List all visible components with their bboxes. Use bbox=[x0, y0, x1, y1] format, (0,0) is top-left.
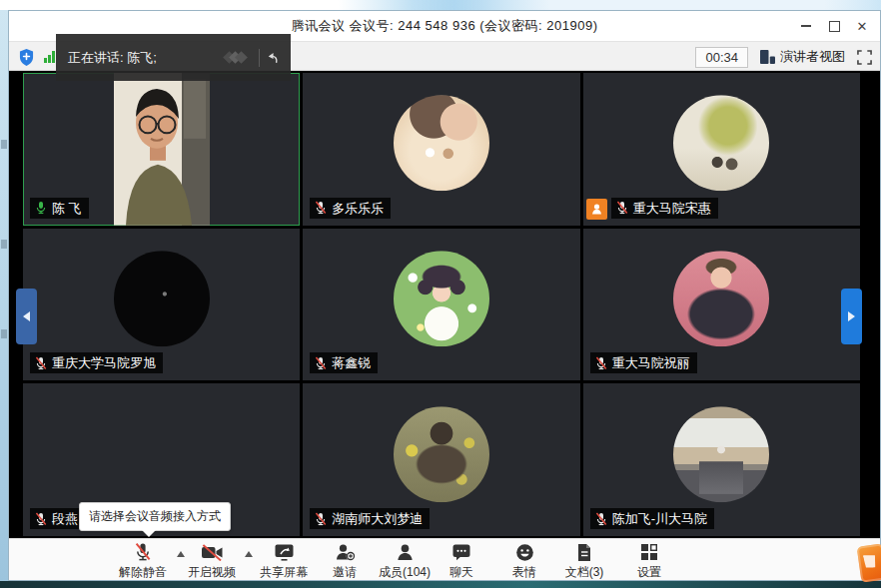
participant-name-label: 湖南师大刘梦迪 bbox=[310, 508, 430, 529]
maximize-button[interactable] bbox=[820, 13, 848, 39]
member-badge-icon bbox=[586, 199, 607, 220]
maximize-icon bbox=[829, 21, 840, 32]
desktop-icon-fragment bbox=[1, 240, 7, 249]
participant-name: 重大马院宋惠 bbox=[633, 200, 711, 217]
desktop-icon-fragment bbox=[1, 140, 7, 149]
overlay-divider bbox=[259, 49, 260, 67]
start-video-label: 开启视频 bbox=[188, 564, 236, 581]
desktop-wallpaper-bottom bbox=[0, 581, 881, 588]
emoji-icon bbox=[515, 542, 534, 562]
invite-label: 邀请 bbox=[333, 564, 357, 581]
avatar bbox=[114, 251, 210, 346]
tooltip-caret bbox=[142, 530, 156, 537]
mic-muted-icon bbox=[133, 542, 153, 562]
participant-tile[interactable]: 重庆大学马院罗旭 bbox=[23, 229, 300, 381]
participant-tile[interactable]: 湖南师大刘梦迪 bbox=[303, 383, 579, 536]
next-page-arrow[interactable] bbox=[841, 289, 862, 344]
participant-name: 蒋鑫锐 bbox=[332, 354, 371, 371]
mic-muted-icon bbox=[594, 356, 608, 370]
avatar bbox=[114, 406, 210, 502]
mic-muted-icon bbox=[34, 356, 48, 370]
participant-tile[interactable]: 重大马院祝丽 bbox=[583, 229, 860, 381]
previous-page-arrow[interactable] bbox=[16, 289, 37, 344]
participant-tile-chenfei[interactable]: 陈 飞 bbox=[23, 73, 300, 226]
emoji-label: 表情 bbox=[512, 564, 536, 581]
participant-name: 段燕 bbox=[52, 510, 78, 527]
participant-name: 多乐乐乐 bbox=[332, 200, 384, 217]
mic-on-icon bbox=[34, 201, 48, 215]
settings-grid-icon bbox=[640, 542, 658, 562]
network-signal-icon[interactable] bbox=[44, 51, 55, 63]
window-title: 腾讯会议 会议号: 244 548 936 (会议密码: 201909) bbox=[291, 17, 597, 35]
video-grid: 陈 飞 多乐乐乐 bbox=[9, 71, 880, 538]
avatar bbox=[673, 251, 769, 346]
avatar bbox=[673, 406, 769, 502]
desktop-icon-fragment bbox=[1, 329, 7, 338]
unmute-button[interactable]: 解除静音 bbox=[105, 542, 181, 581]
participant-name: 重大马院祝丽 bbox=[612, 354, 690, 371]
meeting-toolbar: 解除静音 开启视频 bbox=[9, 538, 880, 580]
invite-icon bbox=[335, 542, 356, 562]
share-screen-label: 共享屏幕 bbox=[260, 564, 308, 581]
mic-muted-icon bbox=[314, 512, 328, 526]
members-icon bbox=[396, 542, 415, 562]
participant-name-label: 陈加飞-川大马院 bbox=[590, 508, 714, 529]
audio-join-tooltip: 请选择会议音频接入方式 bbox=[79, 502, 231, 531]
docs-label: 文档(3) bbox=[565, 564, 604, 581]
mic-muted-icon bbox=[314, 201, 328, 215]
document-icon bbox=[576, 542, 592, 562]
participant-tile[interactable]: 陈加飞-川大马院 bbox=[583, 383, 860, 536]
speaker-view-button[interactable]: 演讲者视图 bbox=[760, 48, 845, 66]
participant-name-label: 重庆大学马院罗旭 bbox=[30, 352, 163, 373]
brand-logo-icon bbox=[228, 53, 246, 62]
screen: 腾讯会议 会议号: 244 548 936 (会议密码: 201909) ✕ 0… bbox=[0, 0, 881, 588]
fullscreen-icon[interactable] bbox=[857, 50, 872, 65]
speaking-indicator-text: 正在讲话: 陈飞; bbox=[56, 49, 228, 67]
arrow-right-icon bbox=[848, 311, 855, 321]
participant-name-label: 重大马院宋惠 bbox=[611, 198, 718, 219]
camera-off-icon bbox=[201, 542, 224, 562]
mic-muted-icon bbox=[34, 512, 48, 526]
participant-name-label: 段燕 bbox=[30, 508, 85, 529]
meeting-window: 腾讯会议 会议号: 244 548 936 (会议密码: 201909) ✕ 0… bbox=[8, 10, 881, 581]
settings-button[interactable]: 设置 bbox=[611, 542, 687, 581]
meeting-timer: 00:34 bbox=[695, 47, 748, 68]
mic-muted-icon bbox=[594, 512, 608, 526]
share-screen-icon bbox=[274, 542, 295, 562]
desktop-wallpaper-top bbox=[0, 0, 881, 10]
collapse-arrow-icon[interactable] bbox=[267, 51, 281, 65]
participant-name: 陈加飞-川大马院 bbox=[612, 510, 707, 527]
avatar bbox=[394, 96, 489, 192]
layout-view-icon bbox=[760, 50, 775, 64]
security-shield-icon[interactable] bbox=[19, 49, 34, 66]
avatar bbox=[394, 251, 489, 346]
window-controls: ✕ bbox=[792, 11, 876, 41]
start-video-button[interactable]: 开启视频 bbox=[174, 542, 250, 581]
status-right: 00:34 演讲者视图 bbox=[695, 42, 872, 72]
avatar bbox=[673, 96, 769, 192]
external-app-icon[interactable] bbox=[857, 543, 881, 582]
mic-muted-icon bbox=[615, 201, 629, 215]
participant-tile[interactable]: 重大马院宋惠 bbox=[583, 73, 860, 226]
participant-name: 湖南师大刘梦迪 bbox=[332, 510, 423, 527]
participant-name-label: 陈 飞 bbox=[30, 198, 89, 219]
participant-tile[interactable]: 多乐乐乐 bbox=[303, 73, 579, 226]
minimize-icon bbox=[801, 25, 811, 27]
participant-name-label: 蒋鑫锐 bbox=[310, 352, 378, 373]
audio-join-tooltip-text: 请选择会议音频接入方式 bbox=[89, 508, 221, 525]
desktop-wallpaper-left bbox=[0, 10, 8, 581]
close-button[interactable]: ✕ bbox=[848, 13, 876, 39]
participant-name: 陈 飞 bbox=[52, 200, 82, 217]
status-left bbox=[19, 42, 55, 72]
settings-label: 设置 bbox=[637, 564, 661, 581]
chat-label: 聊天 bbox=[449, 564, 473, 581]
minimize-button[interactable] bbox=[792, 13, 820, 39]
participant-name-label: 重大马院祝丽 bbox=[590, 352, 697, 373]
unmute-label: 解除静音 bbox=[119, 564, 167, 581]
participant-tile[interactable]: 蒋鑫锐 bbox=[303, 229, 579, 381]
speaking-indicator-overlay: 正在讲话: 陈飞; bbox=[56, 34, 291, 81]
speaker-view-label: 演讲者视图 bbox=[780, 48, 845, 66]
participant-video bbox=[114, 73, 210, 226]
participant-name: 重庆大学马院罗旭 bbox=[52, 354, 156, 371]
arrow-left-icon bbox=[23, 311, 30, 321]
